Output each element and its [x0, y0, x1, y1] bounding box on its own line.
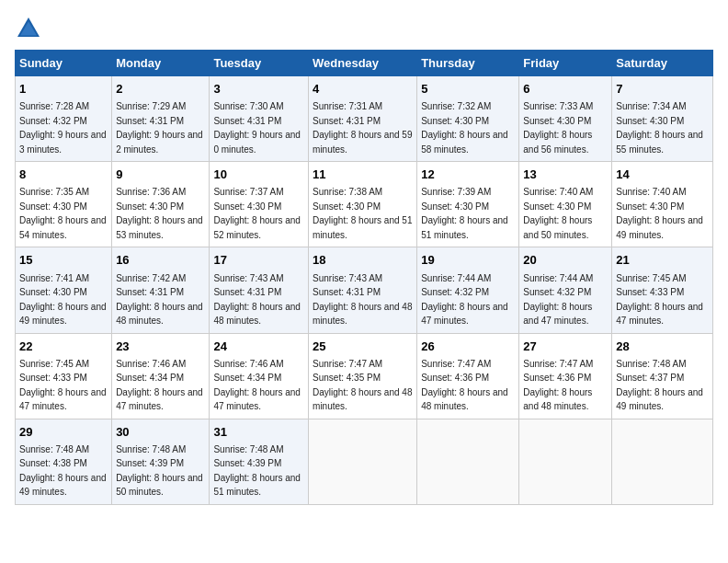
day-number: 21 — [616, 252, 709, 269]
calendar-cell: 23 Sunrise: 7:46 AMSunset: 4:34 PMDaylig… — [112, 333, 210, 419]
day-number: 4 — [313, 81, 413, 98]
calendar-cell: 13 Sunrise: 7:40 AMSunset: 4:30 PMDaylig… — [519, 162, 612, 247]
header-monday: Monday — [112, 51, 210, 76]
calendar-cell — [612, 419, 713, 504]
day-number: 6 — [523, 81, 608, 98]
calendar-cell: 31 Sunrise: 7:48 AMSunset: 4:39 PMDaylig… — [210, 419, 309, 504]
week-row-3: 15 Sunrise: 7:41 AMSunset: 4:30 PMDaylig… — [16, 247, 713, 333]
day-number: 29 — [19, 424, 108, 441]
calendar-cell: 26 Sunrise: 7:47 AMSunset: 4:36 PMDaylig… — [417, 333, 519, 419]
calendar-cell: 16 Sunrise: 7:42 AMSunset: 4:31 PMDaylig… — [112, 247, 210, 333]
cell-details: Sunrise: 7:45 AMSunset: 4:33 PMDaylight:… — [616, 273, 703, 327]
day-number: 10 — [213, 167, 304, 183]
cell-details: Sunrise: 7:31 AMSunset: 4:31 PMDaylight:… — [313, 101, 412, 155]
calendar-cell: 14 Sunrise: 7:40 AMSunset: 4:30 PMDaylig… — [612, 162, 713, 247]
header-sunday: Sunday — [16, 51, 112, 76]
cell-details: Sunrise: 7:47 AMSunset: 4:36 PMDaylight:… — [421, 359, 508, 412]
calendar-cell: 19 Sunrise: 7:44 AMSunset: 4:32 PMDaylig… — [417, 247, 519, 333]
day-number: 22 — [19, 339, 108, 355]
calendar-cell — [417, 419, 519, 504]
calendar-cell: 11 Sunrise: 7:38 AMSunset: 4:30 PMDaylig… — [309, 162, 417, 247]
day-number: 25 — [313, 339, 413, 355]
cell-details: Sunrise: 7:38 AMSunset: 4:30 PMDaylight:… — [313, 187, 412, 240]
calendar-cell: 5 Sunrise: 7:32 AMSunset: 4:30 PMDayligh… — [417, 76, 519, 162]
cell-details: Sunrise: 7:32 AMSunset: 4:30 PMDaylight:… — [421, 101, 508, 155]
calendar-cell: 10 Sunrise: 7:37 AMSunset: 4:30 PMDaylig… — [210, 162, 309, 247]
cell-details: Sunrise: 7:46 AMSunset: 4:34 PMDaylight:… — [213, 359, 301, 412]
day-number: 17 — [213, 252, 304, 269]
day-number: 26 — [421, 339, 515, 355]
day-number: 11 — [313, 167, 413, 183]
calendar-cell: 21 Sunrise: 7:45 AMSunset: 4:33 PMDaylig… — [612, 247, 713, 333]
cell-details: Sunrise: 7:39 AMSunset: 4:30 PMDaylight:… — [421, 187, 508, 240]
calendar-cell: 24 Sunrise: 7:46 AMSunset: 4:34 PMDaylig… — [210, 333, 309, 419]
cell-details: Sunrise: 7:29 AMSunset: 4:31 PMDaylight:… — [116, 101, 203, 155]
cell-details: Sunrise: 7:48 AMSunset: 4:39 PMDaylight:… — [116, 444, 203, 498]
day-number: 5 — [421, 81, 515, 98]
calendar-header-row: SundayMondayTuesdayWednesdayThursdayFrid… — [16, 51, 713, 76]
cell-details: Sunrise: 7:40 AMSunset: 4:30 PMDaylight:… — [616, 187, 703, 240]
day-number: 1 — [19, 81, 108, 98]
day-number: 3 — [213, 81, 304, 98]
day-number: 13 — [523, 167, 608, 183]
cell-details: Sunrise: 7:46 AMSunset: 4:34 PMDaylight:… — [116, 359, 203, 412]
day-number: 31 — [213, 424, 304, 441]
cell-details: Sunrise: 7:48 AMSunset: 4:37 PMDaylight:… — [616, 359, 703, 412]
calendar-cell: 20 Sunrise: 7:44 AMSunset: 4:32 PMDaylig… — [519, 247, 612, 333]
calendar-cell: 29 Sunrise: 7:48 AMSunset: 4:38 PMDaylig… — [16, 419, 112, 504]
header — [15, 15, 713, 42]
calendar-cell: 12 Sunrise: 7:39 AMSunset: 4:30 PMDaylig… — [417, 162, 519, 247]
calendar-cell: 18 Sunrise: 7:43 AMSunset: 4:31 PMDaylig… — [309, 247, 417, 333]
calendar-cell: 7 Sunrise: 7:34 AMSunset: 4:30 PMDayligh… — [612, 76, 713, 162]
cell-details: Sunrise: 7:34 AMSunset: 4:30 PMDaylight:… — [616, 101, 703, 155]
cell-details: Sunrise: 7:36 AMSunset: 4:30 PMDaylight:… — [116, 187, 203, 240]
calendar-cell: 22 Sunrise: 7:45 AMSunset: 4:33 PMDaylig… — [16, 333, 112, 419]
cell-details: Sunrise: 7:47 AMSunset: 4:35 PMDaylight:… — [313, 359, 412, 412]
week-row-1: 1 Sunrise: 7:28 AMSunset: 4:32 PMDayligh… — [16, 76, 713, 162]
cell-details: Sunrise: 7:28 AMSunset: 4:32 PMDaylight:… — [19, 101, 107, 155]
calendar-cell: 6 Sunrise: 7:33 AMSunset: 4:30 PMDayligh… — [519, 76, 612, 162]
cell-details: Sunrise: 7:48 AMSunset: 4:38 PMDaylight:… — [19, 444, 107, 498]
cell-details: Sunrise: 7:37 AMSunset: 4:30 PMDaylight:… — [213, 187, 301, 240]
day-number: 19 — [421, 252, 515, 269]
calendar-cell: 3 Sunrise: 7:30 AMSunset: 4:31 PMDayligh… — [210, 76, 309, 162]
cell-details: Sunrise: 7:30 AMSunset: 4:31 PMDaylight:… — [213, 101, 301, 155]
calendar-cell: 15 Sunrise: 7:41 AMSunset: 4:30 PMDaylig… — [16, 247, 112, 333]
calendar-cell — [309, 419, 417, 504]
calendar-cell: 27 Sunrise: 7:47 AMSunset: 4:36 PMDaylig… — [519, 333, 612, 419]
logo — [15, 15, 46, 42]
day-number: 8 — [19, 167, 108, 183]
day-number: 27 — [523, 339, 608, 355]
calendar-cell: 30 Sunrise: 7:48 AMSunset: 4:39 PMDaylig… — [112, 419, 210, 504]
day-number: 7 — [616, 81, 709, 98]
day-number: 18 — [313, 252, 413, 269]
day-number: 2 — [116, 81, 205, 98]
week-row-5: 29 Sunrise: 7:48 AMSunset: 4:38 PMDaylig… — [16, 419, 713, 504]
calendar-table: SundayMondayTuesdayWednesdayThursdayFrid… — [15, 50, 713, 505]
calendar-cell: 25 Sunrise: 7:47 AMSunset: 4:35 PMDaylig… — [309, 333, 417, 419]
cell-details: Sunrise: 7:40 AMSunset: 4:30 PMDaylight:… — [523, 187, 593, 240]
day-number: 28 — [616, 339, 709, 355]
calendar-cell: 1 Sunrise: 7:28 AMSunset: 4:32 PMDayligh… — [16, 76, 112, 162]
cell-details: Sunrise: 7:47 AMSunset: 4:36 PMDaylight:… — [523, 359, 593, 412]
cell-details: Sunrise: 7:42 AMSunset: 4:31 PMDaylight:… — [116, 273, 203, 327]
day-number: 20 — [523, 252, 608, 269]
cell-details: Sunrise: 7:45 AMSunset: 4:33 PMDaylight:… — [19, 359, 107, 412]
cell-details: Sunrise: 7:44 AMSunset: 4:32 PMDaylight:… — [523, 273, 593, 327]
cell-details: Sunrise: 7:44 AMSunset: 4:32 PMDaylight:… — [421, 273, 508, 327]
day-number: 16 — [116, 252, 205, 269]
header-wednesday: Wednesday — [309, 51, 417, 76]
cell-details: Sunrise: 7:35 AMSunset: 4:30 PMDaylight:… — [19, 187, 107, 240]
day-number: 23 — [116, 339, 205, 355]
cell-details: Sunrise: 7:33 AMSunset: 4:30 PMDaylight:… — [523, 101, 593, 155]
cell-details: Sunrise: 7:48 AMSunset: 4:39 PMDaylight:… — [213, 444, 301, 498]
header-thursday: Thursday — [417, 51, 519, 76]
day-number: 15 — [19, 252, 108, 269]
day-number: 24 — [213, 339, 304, 355]
day-number: 12 — [421, 167, 515, 183]
week-row-4: 22 Sunrise: 7:45 AMSunset: 4:33 PMDaylig… — [16, 333, 713, 419]
calendar-cell: 17 Sunrise: 7:43 AMSunset: 4:31 PMDaylig… — [210, 247, 309, 333]
cell-details: Sunrise: 7:43 AMSunset: 4:31 PMDaylight:… — [213, 273, 301, 327]
calendar-cell: 4 Sunrise: 7:31 AMSunset: 4:31 PMDayligh… — [309, 76, 417, 162]
week-row-2: 8 Sunrise: 7:35 AMSunset: 4:30 PMDayligh… — [16, 162, 713, 247]
